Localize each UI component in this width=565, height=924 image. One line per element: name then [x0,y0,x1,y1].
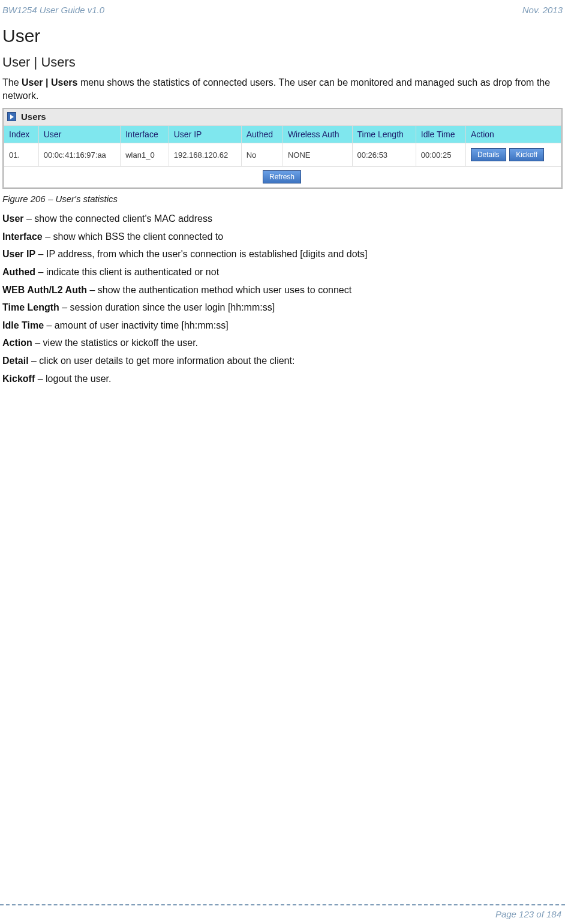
intro-paragraph: The User | Users menu shows the statisti… [2,76,563,102]
kickoff-button[interactable]: Kickoff [509,148,544,161]
def-interface: Interface – show which BSS the client co… [2,230,563,243]
header-right: Nov. 2013 [522,5,563,15]
def-user: User – show the connected client's MAC a… [2,212,563,225]
def-term: User IP [2,249,35,259]
def-term: Detail [2,356,29,366]
def-desc: – show the authentication method which u… [87,285,351,295]
refresh-cell: Refresh [4,167,561,188]
def-term: Time Length [2,302,59,312]
cell-interface: wlan1_0 [121,143,169,167]
def-webauth: WEB Auth/L2 Auth – show the authenticati… [2,284,563,297]
arrow-right-icon [7,112,16,121]
panel-title-row: Users [4,109,561,125]
def-term: Idle Time [2,320,44,330]
cell-action: Details Kickoff [465,143,561,167]
users-table: Index User Interface User IP Authed Wire… [4,125,561,188]
def-term: WEB Auth/L2 Auth [2,285,87,295]
page-number: Page 123 of 184 [495,909,561,919]
def-desc: – IP address, from which the user's conn… [35,249,367,259]
main-heading: User [2,26,563,46]
col-time-length: Time Length [352,126,416,143]
cell-index: 01. [4,143,39,167]
def-idle-time: Idle Time – amount of user inactivity ti… [2,319,563,332]
table-row: 01. 00:0c:41:16:97:aa wlan1_0 192.168.12… [4,143,561,167]
col-action: Action [465,126,561,143]
def-time-length: Time Length – session duration since the… [2,301,563,314]
refresh-button[interactable]: Refresh [263,170,301,183]
def-user-ip: User IP – IP address, from which the use… [2,248,563,261]
panel-title: Users [21,112,46,122]
def-desc: – session duration since the user login … [59,302,275,312]
cell-user: 00:0c:41:16:97:aa [38,143,120,167]
cell-idle-time: 00:00:25 [416,143,465,167]
intro-suffix: menu shows the statistics of connected u… [2,77,550,101]
col-interface: Interface [121,126,169,143]
cell-authed: No [241,143,282,167]
def-authed: Authed – indicate this client is authent… [2,266,563,279]
col-idle-time: Idle Time [416,126,465,143]
def-term: Authed [2,267,35,277]
def-term: Action [2,338,32,348]
col-wireless-auth: Wireless Auth [282,126,352,143]
def-desc: – amount of user inactivity time [hh:mm:… [44,320,229,330]
def-desc: – view the statistics or kickoff the use… [32,338,198,348]
header-left: BW1254 User Guide v1.0 [2,5,104,15]
table-header-row: Index User Interface User IP Authed Wire… [4,126,561,143]
section-heading: User | Users [2,55,563,70]
def-term: Kickoff [2,374,35,384]
cell-time-length: 00:26:53 [352,143,416,167]
content-area: User User | Users The User | Users menu … [0,26,565,385]
def-detail: Detail – click on user details to get mo… [2,354,563,368]
users-panel: Users Index User Interface User IP Authe… [2,108,563,189]
def-action: Action – view the statistics or kickoff … [2,336,563,350]
col-user-ip: User IP [169,126,241,143]
def-desc: – show which BSS the client connected to [43,231,224,242]
cell-wireless-auth: NONE [282,143,352,167]
def-term: User [2,213,24,224]
refresh-row: Refresh [4,167,561,188]
page-header: BW1254 User Guide v1.0 Nov. 2013 [0,0,565,26]
details-button[interactable]: Details [471,148,506,161]
page-footer: Page 123 of 184 [0,904,565,919]
col-user: User [38,126,120,143]
col-index: Index [4,126,39,143]
figure-caption: Figure 206 – User's statistics [2,194,563,204]
cell-user-ip: 192.168.120.62 [169,143,241,167]
intro-bold: User | Users [22,77,77,88]
def-kickoff: Kickoff – logout the user. [2,372,563,386]
def-desc: – show the connected client's MAC addres… [24,213,212,224]
intro-prefix: The [2,77,22,88]
svg-marker-0 [10,115,14,119]
col-authed: Authed [241,126,282,143]
def-desc: – indicate this client is authenticated … [35,267,219,277]
def-term: Interface [2,231,43,242]
def-desc: – click on user details to get more info… [29,356,295,366]
def-desc: – logout the user. [35,374,111,384]
